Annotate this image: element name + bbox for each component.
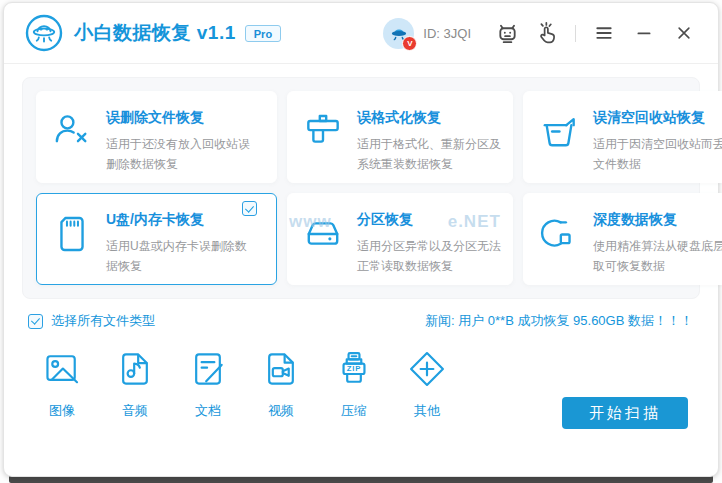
audio-file-icon bbox=[115, 349, 155, 389]
hard-drive-icon bbox=[301, 212, 345, 256]
app-window: 小白数据恢复 v1.1 Pro V ID: 3JQI bbox=[3, 2, 719, 477]
close-icon[interactable] bbox=[672, 21, 696, 45]
card-desc: 适用于还没有放入回收站误删除数据恢复 bbox=[106, 134, 251, 174]
card-unformat[interactable]: 误格式化恢复 适用于格式化、重新分区及系统重装数据恢复 bbox=[287, 91, 513, 183]
card-title: U盘/内存卡恢复 bbox=[106, 211, 251, 229]
select-all-row: 选择所有文件类型 新闻: 用户 0**B 成功恢复 95.60GB 数据！！！ bbox=[28, 312, 693, 330]
format-icon bbox=[301, 110, 345, 154]
card-title: 误清空回收站恢复 bbox=[593, 109, 722, 127]
file-type-label: 其他 bbox=[414, 402, 440, 420]
header-divider bbox=[575, 25, 576, 42]
card-checkbox[interactable] bbox=[242, 201, 257, 216]
file-type-audio[interactable]: 音频 bbox=[105, 349, 165, 420]
card-title: 深度数据恢复 bbox=[593, 211, 722, 229]
sd-card-icon bbox=[50, 212, 94, 256]
image-file-icon bbox=[42, 349, 82, 389]
card-desc: 使用精准算法从硬盘底层获取可恢复数据 bbox=[593, 236, 722, 276]
video-file-icon bbox=[261, 349, 301, 389]
menu-icon[interactable] bbox=[592, 21, 616, 45]
file-type-archive[interactable]: ZIP 压缩 bbox=[324, 349, 384, 420]
file-type-label: 音频 bbox=[122, 402, 148, 420]
document-file-icon bbox=[188, 349, 228, 389]
card-desc: 适用于格式化、重新分区及系统重装数据恢复 bbox=[357, 134, 502, 174]
card-title: 误格式化恢复 bbox=[357, 109, 502, 127]
user-avatar[interactable]: V bbox=[383, 18, 414, 49]
card-desc: 适用分区异常以及分区无法正常读取数据恢复 bbox=[357, 236, 502, 276]
file-type-video[interactable]: 视频 bbox=[251, 349, 311, 420]
card-usb-memory-card[interactable]: U盘/内存卡恢复 适用U盘或内存卡误删除数据恢复 bbox=[36, 193, 277, 285]
app-logo-icon bbox=[24, 13, 64, 53]
robot-service-icon[interactable] bbox=[495, 21, 519, 45]
card-desc: 适用于因清空回收站而丢失文件数据 bbox=[593, 134, 722, 174]
zip-icon-text: ZIP bbox=[347, 364, 362, 373]
minimize-icon[interactable] bbox=[632, 21, 656, 45]
card-deep-recovery[interactable]: 深度数据恢复 使用精准算法从硬盘底层获取可恢复数据 bbox=[523, 193, 722, 285]
file-type-label: 压缩 bbox=[341, 402, 367, 420]
file-type-other[interactable]: 其他 bbox=[397, 349, 457, 420]
start-scan-button[interactable]: 开始扫描 bbox=[562, 397, 688, 429]
title-bar: 小白数据恢复 v1.1 Pro V ID: 3JQI bbox=[4, 3, 718, 64]
user-id: ID: 3JQI bbox=[423, 26, 471, 41]
recovery-modes-panel: 误删除文件恢复 适用于还没有放入回收站误删除数据恢复 误格式化恢复 适用于格式化… bbox=[22, 77, 700, 299]
avatar-v-badge: V bbox=[402, 36, 417, 51]
hand-click-icon[interactable] bbox=[535, 21, 559, 45]
recycle-bin-icon bbox=[537, 110, 581, 154]
file-type-label: 视频 bbox=[268, 402, 294, 420]
card-desc: 适用U盘或内存卡误删除数据恢复 bbox=[106, 236, 251, 276]
file-type-label: 文档 bbox=[195, 402, 221, 420]
news-ticker: 新闻: 用户 0**B 成功恢复 95.60GB 数据！！！ bbox=[425, 312, 693, 330]
select-all-checkbox[interactable] bbox=[28, 314, 43, 329]
other-file-icon bbox=[407, 349, 447, 389]
file-type-image[interactable]: 图像 bbox=[32, 349, 92, 420]
card-title: 误删除文件恢复 bbox=[106, 109, 251, 127]
file-type-document[interactable]: 文档 bbox=[178, 349, 238, 420]
card-title: 分区恢复 bbox=[357, 211, 502, 229]
app-title: 小白数据恢复 v1.1 bbox=[74, 20, 236, 46]
zip-file-icon: ZIP bbox=[334, 349, 374, 389]
card-recycle-bin[interactable]: 误清空回收站恢复 适用于因清空回收站而丢失文件数据 bbox=[523, 91, 722, 183]
card-undelete-files[interactable]: 误删除文件恢复 适用于还没有放入回收站误删除数据恢复 bbox=[36, 91, 277, 183]
deep-scan-icon bbox=[537, 212, 581, 256]
file-type-label: 图像 bbox=[49, 402, 75, 420]
card-partition-recovery[interactable]: 分区恢复 适用分区异常以及分区无法正常读取数据恢复 bbox=[287, 193, 513, 285]
select-all-label: 选择所有文件类型 bbox=[51, 312, 155, 330]
user-delete-icon bbox=[50, 110, 94, 154]
pro-badge: Pro bbox=[245, 25, 281, 42]
